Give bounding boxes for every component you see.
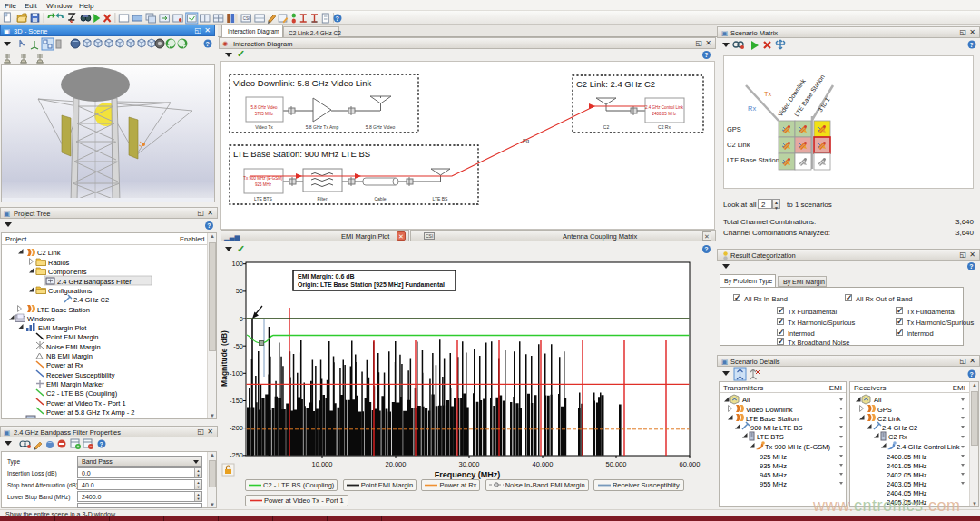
svg-text:Tx 900 MHz (E-GSM): Tx 900 MHz (E-GSM): [765, 443, 831, 451]
svg-text:Video Tx: Video Tx: [255, 124, 273, 130]
svg-text:2.4 GHz Control Link: 2.4 GHz Control Link: [897, 443, 960, 451]
svg-text:C2 Rx: C2 Rx: [658, 124, 671, 130]
svg-text:Configurations: Configurations: [48, 287, 93, 295]
svg-text:C2 Link: 2.4 GHz C2: C2 Link: 2.4 GHz C2: [576, 79, 655, 89]
svg-text:Noise EMI Margin: Noise EMI Margin: [46, 343, 101, 351]
svg-text:2.4 GHz Control Link: 2.4 GHz Control Link: [645, 105, 684, 110]
svg-text:LTE BTS: LTE BTS: [757, 433, 784, 441]
svg-text:Video Downlink: Video Downlink: [746, 406, 793, 414]
svg-text:925 MHz: 925 MHz: [760, 453, 787, 461]
svg-text:C2 Rx: C2 Rx: [888, 433, 907, 441]
svg-text:2400.05 MHz: 2400.05 MHz: [652, 112, 678, 116]
svg-text:20,000: 20,000: [386, 460, 407, 468]
svg-text:EMI Margin Plot: EMI Margin Plot: [38, 324, 87, 332]
svg-text:Receiver Susceptibility: Receiver Susceptibility: [46, 371, 115, 379]
svg-text:-150: -150: [230, 397, 243, 405]
svg-text:50: 50: [236, 287, 243, 295]
svg-text:LTE Base Station: LTE Base Station: [727, 156, 779, 164]
svg-text:Fg: Fg: [523, 138, 529, 143]
svg-text:?: ?: [970, 42, 974, 48]
svg-text:All: All: [874, 396, 882, 404]
svg-text:60,000: 60,000: [680, 460, 701, 468]
svg-text:EMI Margin Marker: EMI Margin Marker: [46, 380, 104, 388]
svg-text:All: All: [742, 396, 750, 404]
svg-text:900 MHz LTE BS: 900 MHz LTE BS: [750, 424, 802, 432]
svg-text:5.8 GHz Video: 5.8 GHz Video: [250, 105, 278, 110]
svg-text:-250: -250: [230, 451, 243, 459]
svg-text:Components: Components: [48, 268, 87, 276]
svg-text:2402.05 MHz: 2402.05 MHz: [887, 471, 927, 479]
svg-text:Point EMI Margin: Point EMI Margin: [46, 333, 99, 341]
svg-text:C2: C2: [603, 124, 610, 130]
svg-text:C2 Link: C2 Link: [877, 415, 901, 423]
svg-text:10,000: 10,000: [312, 460, 333, 468]
svg-text:100: 100: [231, 260, 243, 268]
svg-text:-50: -50: [233, 342, 243, 350]
svg-text:945 MHz: 945 MHz: [760, 471, 787, 479]
svg-text:Origin: LTE Base Station [925: Origin: LTE Base Station [925 MHz] Funda…: [298, 281, 445, 289]
svg-text:2401.05 MHz: 2401.05 MHz: [887, 462, 927, 470]
svg-text:2.4 GHz Bandpass Filter: 2.4 GHz Bandpass Filter: [57, 278, 132, 286]
svg-text:2403.05 MHz: 2403.05 MHz: [887, 480, 927, 488]
svg-text:2.4 GHz C2: 2.4 GHz C2: [74, 296, 109, 304]
svg-text:Cable: Cable: [374, 196, 386, 202]
svg-text:925 MHz: 925 MHz: [255, 182, 272, 187]
svg-text:?: ?: [206, 41, 210, 47]
svg-text:-100: -100: [230, 369, 243, 378]
svg-text:Tx 900 MHz (E-GSM): Tx 900 MHz (E-GSM): [243, 176, 283, 181]
svg-text:5.8 GHz Video: 5.8 GHz Video: [366, 124, 396, 130]
svg-text:Magnitude (dB): Magnitude (dB): [220, 330, 229, 387]
svg-text:C2 - LTE BS (Coupling): C2 - LTE BS (Coupling): [46, 389, 118, 398]
svg-text:5.8 GHz Tx Amp: 5.8 GHz Tx Amp: [306, 124, 339, 130]
svg-text:935 MHz: 935 MHz: [760, 462, 787, 470]
svg-text:?: ?: [970, 371, 974, 378]
svg-text:-200: -200: [230, 424, 243, 432]
svg-text:Frequency (MHz): Frequency (MHz): [435, 470, 501, 479]
svg-text:EMI Margin: 0.6 dB: EMI Margin: 0.6 dB: [298, 273, 355, 280]
svg-text:955 MHz: 955 MHz: [760, 480, 787, 488]
svg-text:Windows: Windows: [27, 315, 55, 323]
svg-text:?: ?: [100, 441, 103, 447]
svg-text:5785 MHz: 5785 MHz: [255, 112, 274, 116]
svg-text:?: ?: [336, 15, 339, 22]
svg-text:C2 Link: C2 Link: [37, 249, 61, 257]
svg-text:0: 0: [240, 315, 243, 323]
svg-text:CSI: CSI: [243, 16, 250, 21]
svg-text:Power at 5.8 GHz Tx Amp - 2: Power at 5.8 GHz Tx Amp - 2: [46, 408, 134, 417]
svg-text:30,000: 30,000: [459, 460, 480, 468]
svg-text:3D - Scene: 3D - Scene: [38, 417, 73, 419]
svg-text:LTE BTS: LTE BTS: [254, 196, 273, 202]
svg-text:LTE Base Station: LTE Base Station: [37, 306, 90, 314]
svg-text:Filter: Filter: [317, 196, 327, 202]
svg-text:Tx: Tx: [764, 90, 772, 98]
svg-text:GPS: GPS: [727, 125, 741, 133]
svg-text:2.4 GHz C2: 2.4 GHz C2: [882, 424, 917, 432]
svg-text:LTE Base Station: LTE Base Station: [746, 415, 799, 423]
svg-text:Video Downlink: 5.8 GHz Video: Video Downlink: 5.8 GHz Video Link: [233, 78, 372, 88]
svg-text:GPS: GPS: [877, 406, 892, 414]
svg-text:Power at Rx: Power at Rx: [46, 361, 83, 369]
svg-text:Radios: Radios: [48, 259, 70, 267]
svg-text:Power at Video Tx - Port 1: Power at Video Tx - Port 1: [46, 399, 126, 408]
svg-text:40,000: 40,000: [533, 460, 554, 468]
svg-text:50,000: 50,000: [606, 460, 627, 468]
svg-text:NB EMI Margin: NB EMI Margin: [46, 352, 93, 360]
svg-text:Rx: Rx: [748, 104, 756, 113]
svg-text:LTE Base Station: 900 MHz LTE: LTE Base Station: 900 MHz LTE BS: [233, 149, 370, 159]
svg-text:2400.05 MHz: 2400.05 MHz: [887, 453, 927, 461]
svg-text:C2 Link: C2 Link: [727, 141, 750, 149]
svg-text:3 to 1: 3 to 1: [817, 96, 831, 113]
svg-text:LTE BS: LTE BS: [433, 196, 449, 202]
